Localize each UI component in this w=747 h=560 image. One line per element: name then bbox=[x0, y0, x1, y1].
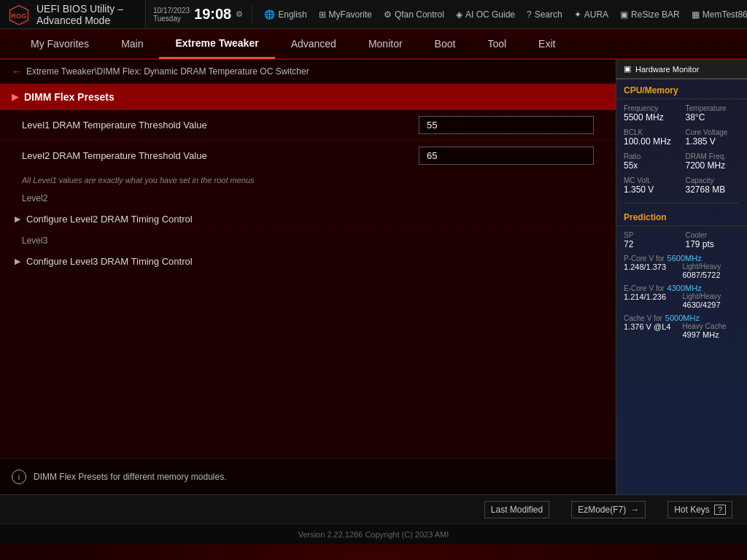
logo-area: ROG UEFI BIOS Utility – Advanced Mode bbox=[0, 0, 146, 28]
hot-keys-help-icon: ? bbox=[714, 505, 726, 515]
level1-description: All Level1 values are exactly what you h… bbox=[0, 171, 616, 189]
header-tools-area: 10/17/2023 Tuesday 19:08 ⚙ 🌐 English ⊞ M… bbox=[146, 0, 747, 28]
mc-volt-label: MC Volt. bbox=[624, 176, 678, 184]
hot-keys-button[interactable]: Hot Keys ? bbox=[667, 501, 732, 518]
level1-threshold-label: Level1 DRAM Temperature Threshold Value bbox=[22, 120, 419, 131]
version-bar: Version 2.22.1286 Copyright (C) 2023 AMI bbox=[0, 524, 747, 544]
level2-threshold-value[interactable]: 65 bbox=[419, 147, 594, 165]
last-modified-button[interactable]: Last Modified bbox=[484, 501, 549, 518]
breadcrumb: ← Extreme Tweaker\DIMM Flex: Dynamic DRA… bbox=[0, 60, 616, 84]
group-header-label: DIMM Flex Presets bbox=[24, 91, 115, 103]
level3-expand-arrow-icon: ▶ bbox=[15, 257, 20, 266]
ez-mode-button[interactable]: EzMode(F7) → bbox=[571, 501, 646, 518]
frequency-label: Frequency bbox=[624, 104, 678, 112]
aura-label: AURA bbox=[584, 9, 608, 20]
content-area: ← Extreme Tweaker\DIMM Flex: Dynamic DRA… bbox=[0, 60, 616, 494]
tooltip-text: DIMM Flex Presets for different memory m… bbox=[34, 472, 227, 482]
ratio-cell: Ratio 55x bbox=[621, 150, 681, 173]
resize-bar-label: ReSize BAR bbox=[631, 9, 680, 20]
qfan-label: Qfan Control bbox=[395, 9, 444, 20]
mc-volt-value: 1.350 V bbox=[624, 184, 678, 195]
nav-exit[interactable]: Exit bbox=[522, 28, 571, 59]
ai-oc-tool[interactable]: ◈ AI OC Guide bbox=[456, 9, 515, 20]
last-modified-label: Last Modified bbox=[491, 505, 543, 515]
search-icon: ? bbox=[527, 9, 532, 20]
temperature-label: Temperature bbox=[686, 104, 740, 112]
pcore-light-heavy-label: Light/Heavy bbox=[683, 262, 740, 271]
core-voltage-label: Core Voltage bbox=[686, 128, 740, 136]
ecore-light-heavy-value: 4630/4297 bbox=[683, 300, 740, 309]
nav-my-favorites[interactable]: My Favorites bbox=[15, 28, 105, 59]
dram-freq-label: DRAM Freq. bbox=[686, 152, 740, 160]
dimm-flex-presets-header[interactable]: ▶ DIMM Flex Presets bbox=[0, 84, 616, 110]
bclk-label: BCLK bbox=[624, 128, 678, 136]
time-display: 19:08 bbox=[194, 6, 231, 23]
ecore-light-heavy-label: Light/Heavy bbox=[683, 292, 740, 300]
nav-extreme-tweaker[interactable]: Extreme Tweaker bbox=[159, 28, 274, 59]
ecore-v-values: 1.214/1.236 bbox=[624, 292, 681, 309]
cache-v-freq: 5000MHz bbox=[665, 314, 700, 322]
search-tool[interactable]: ? Search bbox=[527, 9, 562, 20]
ecore-v-freq: 4300MHz bbox=[667, 284, 702, 292]
level2-threshold-item: Level2 DRAM Temperature Threshold Value … bbox=[0, 141, 616, 171]
top-header-bar: ROG UEFI BIOS Utility – Advanced Mode 10… bbox=[0, 0, 747, 29]
cooler-value: 179 pts bbox=[686, 239, 740, 249]
settings-list: ▶ DIMM Flex Presets Level1 DRAM Temperat… bbox=[0, 84, 616, 458]
configure-level3-label: Configure Level3 DRAM Timing Control bbox=[26, 256, 193, 267]
temperature-cell: Temperature 38°C bbox=[683, 102, 743, 125]
qfan-icon: ⚙ bbox=[384, 9, 392, 20]
language-tool[interactable]: 🌐 English bbox=[264, 9, 306, 20]
hw-monitor-title: Hardware Monitor bbox=[635, 65, 699, 74]
nav-boot[interactable]: Boot bbox=[419, 28, 472, 59]
language-icon: 🌐 bbox=[264, 9, 275, 20]
app-title: UEFI BIOS Utility – Advanced Mode bbox=[36, 3, 138, 26]
my-favorite-tool[interactable]: ⊞ MyFavorite bbox=[319, 9, 372, 20]
date: 10/17/2023 bbox=[153, 7, 190, 15]
main-navigation: My Favorites Main Extreme Tweaker Advanc… bbox=[0, 29, 747, 60]
ai-oc-label: AI OC Guide bbox=[465, 9, 515, 20]
level1-threshold-item: Level1 DRAM Temperature Threshold Value … bbox=[0, 110, 616, 141]
cache-v-values: 1.376 V @L4 bbox=[624, 322, 681, 339]
hw-monitor-icon: ▣ bbox=[624, 64, 631, 74]
level3-section-label: Level3 bbox=[0, 231, 616, 250]
main-layout: ← Extreme Tweaker\DIMM Flex: Dynamic DRA… bbox=[0, 60, 747, 494]
level2-expand-arrow-icon: ▶ bbox=[15, 214, 20, 224]
nav-tool[interactable]: Tool bbox=[471, 28, 522, 59]
cooler-cell: Cooler 179 pts bbox=[683, 229, 743, 252]
resize-bar-icon: ▣ bbox=[620, 9, 628, 20]
sp-label: SP bbox=[624, 231, 678, 239]
ecore-v-label: E-Core V for bbox=[624, 284, 665, 292]
back-arrow-icon[interactable]: ← bbox=[12, 66, 22, 77]
sp-value: 72 bbox=[624, 239, 678, 249]
configure-level3-header[interactable]: ▶ Configure Level3 DRAM Timing Control bbox=[0, 250, 616, 273]
settings-gear-icon[interactable]: ⚙ bbox=[236, 9, 243, 19]
aura-tool[interactable]: ✦ AURA bbox=[574, 9, 608, 20]
dram-freq-value: 7200 MHz bbox=[686, 160, 740, 171]
pcore-v-row: P-Core V for 5600MHz 1.248/1.373 Light/H… bbox=[621, 252, 743, 281]
cooler-label: Cooler bbox=[686, 231, 740, 239]
qfan-tool[interactable]: ⚙ Qfan Control bbox=[384, 9, 444, 20]
prediction-section-title: Prediction bbox=[616, 206, 747, 226]
level1-threshold-value[interactable]: 55 bbox=[419, 116, 594, 134]
temperature-value: 38°C bbox=[686, 112, 740, 122]
pcore-v-label: P-Core V for bbox=[624, 254, 665, 262]
configure-level2-header[interactable]: ▶ Configure Level2 DRAM Timing Control bbox=[0, 208, 616, 231]
prediction-section: SP 72 Cooler 179 pts P-Core V for 5600MH… bbox=[616, 226, 747, 344]
core-voltage-value: 1.385 V bbox=[686, 136, 740, 147]
language-label: English bbox=[278, 9, 306, 20]
version-text: Version 2.22.1286 Copyright (C) 2023 AMI bbox=[298, 530, 449, 539]
capacity-value: 32768 MB bbox=[686, 184, 740, 195]
ez-mode-label: EzMode(F7) bbox=[578, 505, 626, 515]
nav-advanced[interactable]: Advanced bbox=[275, 28, 352, 59]
hw-monitor-header: ▣ Hardware Monitor bbox=[616, 60, 747, 79]
nav-main[interactable]: Main bbox=[105, 28, 159, 59]
memtest-tool[interactable]: ▦ MemTest86 bbox=[692, 9, 747, 20]
resize-bar-tool[interactable]: ▣ ReSize BAR bbox=[620, 9, 680, 20]
dram-freq-cell: DRAM Freq. 7200 MHz bbox=[683, 150, 743, 173]
ratio-value: 55x bbox=[624, 160, 678, 171]
bclk-cell: BCLK 100.00 MHz bbox=[621, 126, 681, 149]
date-display: 10/17/2023 Tuesday bbox=[153, 7, 190, 23]
svg-text:ROG: ROG bbox=[11, 12, 26, 19]
favorite-icon: ⊞ bbox=[319, 9, 326, 20]
nav-monitor[interactable]: Monitor bbox=[352, 28, 419, 59]
